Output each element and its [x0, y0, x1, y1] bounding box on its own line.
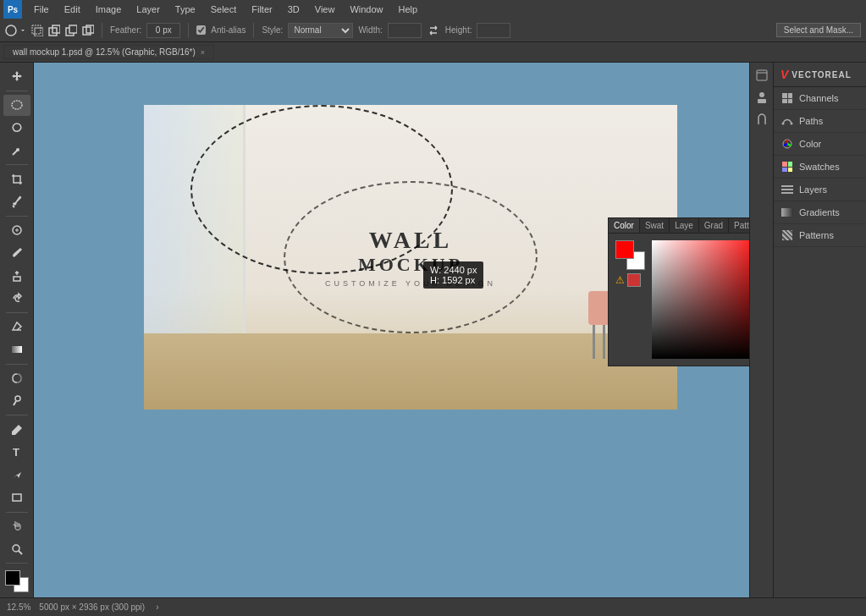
tool-pen[interactable] — [3, 419, 30, 440]
tool-spot-heal[interactable] — [3, 220, 30, 241]
options-bar: Feather: Anti-alias Style: Normal Fixed … — [0, 19, 866, 42]
tool-brush[interactable] — [3, 243, 30, 264]
svg-line-12 — [13, 206, 14, 207]
tool-clone-stamp[interactable] — [3, 265, 30, 286]
panel-tab-color[interactable]: Color — [609, 218, 640, 233]
layers-label: Layers — [799, 184, 827, 195]
menu-layer[interactable]: Layer — [130, 3, 167, 16]
menu-view[interactable]: View — [308, 3, 342, 16]
tool-blur[interactable] — [3, 368, 30, 389]
right-icon-strip — [749, 63, 773, 597]
separator-2 — [188, 23, 189, 38]
right-nav-layers[interactable]: Layers — [774, 179, 866, 201]
fg-color-box[interactable] — [615, 240, 634, 259]
status-bar: 12.5% 5000 px × 2936 px (300 ppi) › — [0, 597, 866, 616]
menu-edit[interactable]: Edit — [58, 3, 87, 16]
ellipse-tool-btn[interactable] — [5, 25, 26, 36]
chair-leg-1 — [593, 325, 595, 359]
wall-text-overlay: WALL MOCKUP CUSTOMIZE YOUR DESIGN — [284, 181, 538, 333]
svg-rect-2 — [35, 28, 43, 36]
right-nav-patterns[interactable]: Patterns — [774, 224, 866, 247]
right-icon-3[interactable] — [753, 110, 771, 129]
tool-crop[interactable] — [3, 168, 30, 190]
right-nav-gradients[interactable]: Gradients — [774, 201, 866, 224]
dim-h-label: H: — [430, 275, 439, 285]
tool-marquee-elliptical[interactable] — [3, 95, 30, 116]
menu-help[interactable]: Help — [392, 3, 425, 16]
tool-separator-7 — [6, 512, 28, 513]
new-selection-btn[interactable] — [31, 25, 43, 36]
subtract-selection-btn[interactable] — [65, 25, 77, 36]
paths-icon — [781, 114, 794, 128]
svg-text:T: T — [13, 446, 19, 459]
panel-tab-patterns[interactable]: Patte — [729, 218, 749, 233]
swatches-label: Swatches — [799, 162, 840, 172]
tool-eyedropper[interactable] — [3, 191, 30, 212]
width-label: Width: — [358, 25, 382, 35]
anti-alias-checkbox[interactable] — [196, 25, 206, 35]
patterns-label: Patterns — [799, 230, 834, 240]
height-input[interactable] — [477, 23, 510, 38]
svg-point-15 — [15, 396, 20, 401]
tool-rectangle[interactable] — [3, 487, 30, 509]
tool-eraser[interactable] — [3, 316, 30, 338]
color-panel-tabs: Color Swat Laye Grad Patte » ≡ — [609, 218, 749, 234]
brand-logo-v: V — [781, 68, 788, 81]
right-nav-paths[interactable]: Paths — [774, 110, 866, 133]
tool-path-selection[interactable] — [3, 465, 30, 486]
out-of-gamut-warning[interactable]: ⚠ — [615, 274, 625, 286]
canvas-document: WALL MOCKUP CUSTOMIZE YOUR DESIGN — [144, 105, 677, 410]
right-nav-swatches[interactable]: Swatches — [774, 156, 866, 179]
select-and-mask-button[interactable]: Select and Mask... — [776, 23, 861, 37]
paths-label: Paths — [799, 116, 823, 126]
menu-filter[interactable]: Filter — [245, 3, 279, 16]
tool-history-brush[interactable] — [3, 288, 30, 309]
style-select[interactable]: Normal Fixed Ratio Fixed Size — [288, 23, 353, 38]
add-selection-btn[interactable] — [48, 25, 60, 36]
status-nav-arrow[interactable]: › — [153, 602, 161, 612]
anti-alias-label: Anti-alias — [211, 25, 245, 35]
feather-input[interactable] — [146, 23, 180, 38]
svg-rect-18 — [13, 494, 21, 501]
tool-text[interactable]: T — [3, 442, 30, 463]
foreground-background-colors — [5, 570, 29, 592]
menu-file[interactable]: File — [27, 3, 56, 16]
intersect-selection-btn[interactable] — [82, 25, 94, 36]
gradient-saturation-brightness[interactable] — [652, 240, 749, 359]
menu-type[interactable]: Type — [168, 3, 202, 16]
gradients-icon — [781, 206, 794, 219]
tool-lasso[interactable] — [3, 118, 30, 139]
menu-window[interactable]: Window — [343, 3, 389, 16]
tool-dodge[interactable] — [3, 390, 30, 411]
canvas-area[interactable]: WALL MOCKUP CUSTOMIZE YOUR DESIGN W: 244… — [34, 63, 749, 597]
color-gradient-picker[interactable] — [652, 240, 749, 359]
right-nav-channels[interactable]: Channels — [774, 87, 866, 110]
panel-tab-gradients[interactable]: Grad — [699, 218, 729, 233]
menu-bar: Ps File Edit Image Layer Type Select Fil… — [0, 0, 866, 19]
tool-zoom[interactable] — [3, 538, 30, 559]
svg-point-26 — [791, 123, 793, 125]
main-layout: T — [0, 63, 866, 597]
tool-gradient[interactable] — [3, 339, 30, 360]
color-picker-area — [652, 240, 749, 359]
foreground-color-swatch[interactable] — [5, 570, 20, 586]
menu-image[interactable]: Image — [89, 3, 129, 16]
svg-rect-14 — [12, 346, 22, 353]
fg-bg-colors — [5, 570, 29, 594]
right-nav-color[interactable]: Color — [774, 133, 866, 156]
swap-dimensions-btn[interactable] — [427, 25, 440, 36]
panel-tab-layers[interactable]: Laye — [670, 218, 699, 233]
tool-hand[interactable] — [3, 515, 30, 536]
right-icon-2[interactable] — [753, 88, 771, 107]
tab-close-btn[interactable]: × — [201, 48, 205, 57]
menu-3d[interactable]: 3D — [281, 3, 306, 16]
width-input[interactable] — [388, 23, 422, 38]
tool-magic-wand[interactable] — [3, 140, 30, 161]
left-toolbar: T — [0, 63, 34, 597]
tool-move[interactable] — [3, 66, 30, 87]
menu-select[interactable]: Select — [204, 3, 244, 16]
document-tab[interactable]: wall mockup 1.psd @ 12.5% (Graphic, RGB/… — [3, 45, 214, 59]
style-label: Style: — [262, 25, 283, 35]
panel-tab-swatches[interactable]: Swat — [640, 218, 670, 233]
right-icon-1[interactable] — [753, 66, 771, 85]
